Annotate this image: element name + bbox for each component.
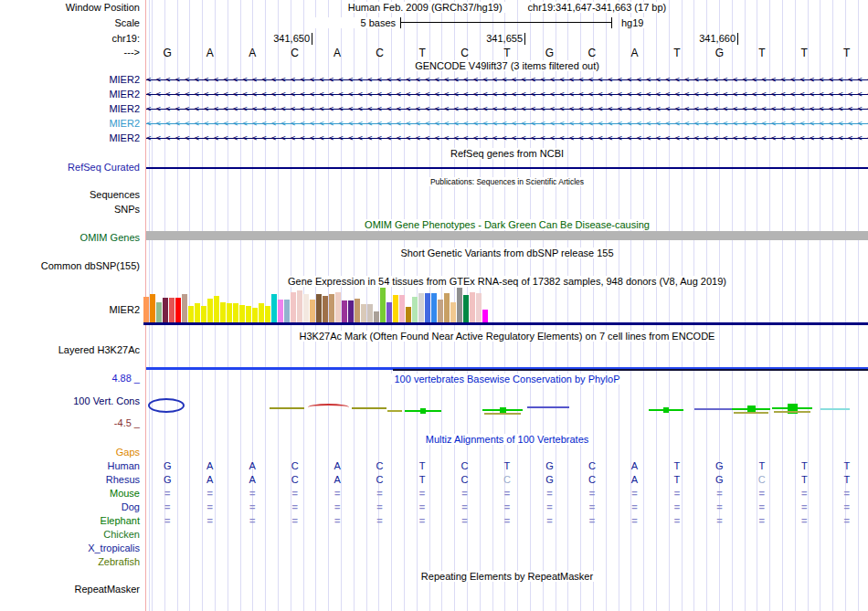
gene-label-mier2[interactable]: MIER2 <box>0 74 140 86</box>
species-label-dog[interactable]: Dog <box>0 501 140 513</box>
gtex-tissue-bar[interactable] <box>252 308 258 322</box>
gene-exon-arrows[interactable]: <<<<<<<<<<<<<<<<<<<<<<<<<<<<<<<<<<<<<<<<… <box>146 103 868 115</box>
track-label-sequences[interactable]: Sequences <box>0 189 140 201</box>
gtex-tissue-bar[interactable] <box>220 302 226 322</box>
gtex-tissue-bar[interactable] <box>393 295 398 322</box>
refseq-gene-line[interactable] <box>146 167 868 169</box>
gtex-tissue-bar[interactable] <box>323 296 328 322</box>
gtex-tissue-bar[interactable] <box>348 300 354 322</box>
gtex-tissue-bar[interactable] <box>329 294 334 322</box>
gtex-tissue-bar[interactable] <box>438 300 443 322</box>
gtex-tissue-bar[interactable] <box>335 292 341 322</box>
alignment-row-human[interactable]: GAACACTCTGCATGTTT <box>146 460 868 472</box>
gene-exon-arrows[interactable]: <<<<<<<<<<<<<<<<<<<<<<<<<<<<<<<<<<<<<<<<… <box>146 132 868 144</box>
gtex-tissue-bar[interactable] <box>406 307 411 322</box>
alignment-match-mark: = <box>613 501 655 512</box>
gtex-tissue-bar[interactable] <box>355 299 360 322</box>
species-label-rhesus[interactable]: Rhesus <box>0 474 140 486</box>
gtex-tissue-bar[interactable] <box>450 302 456 322</box>
gtex-tissue-bar[interactable] <box>175 298 181 322</box>
alignment-base: G <box>146 460 188 471</box>
gtex-tissue-bar[interactable] <box>342 300 347 322</box>
omim-gene-bar[interactable] <box>146 231 868 240</box>
gtex-tissue-bar[interactable] <box>201 306 206 322</box>
gene-label-mier2[interactable]: MIER2 <box>0 103 140 115</box>
alignment-base: G <box>698 460 740 471</box>
gtex-tissue-bar[interactable] <box>246 306 251 322</box>
gtex-tissue-bar[interactable] <box>297 290 302 322</box>
reference-base-row[interactable]: GAACACTCTGCATGTTT <box>146 47 868 58</box>
gtex-tissue-bar[interactable] <box>316 294 322 322</box>
gtex-tissue-bar[interactable] <box>476 293 482 322</box>
track-label-snps[interactable]: SNPs <box>0 204 140 216</box>
gtex-tissue-bar[interactable] <box>418 293 424 322</box>
gene-label-mier2[interactable]: MIER2 <box>0 118 140 130</box>
track-label-omim-genes[interactable]: OMIM Genes <box>0 232 140 244</box>
track-label-refseq-curated[interactable]: RefSeq Curated <box>0 162 140 174</box>
gtex-tissue-bar[interactable] <box>463 295 469 322</box>
gtex-tissue-bar[interactable] <box>425 293 430 322</box>
gtex-tissue-bar[interactable] <box>303 294 309 322</box>
gtex-tissue-bar[interactable] <box>227 303 232 322</box>
gtex-tissue-bar[interactable] <box>143 297 149 322</box>
alignment-match-mark: = <box>741 488 783 499</box>
alignment-row-mouse[interactable]: ================= <box>146 488 868 500</box>
track-label-repeatmasker[interactable]: RepeatMasker <box>0 584 140 595</box>
gtex-tissue-bar[interactable] <box>239 305 245 322</box>
gtex-tissue-bar[interactable] <box>482 310 488 322</box>
gtex-tissue-bar[interactable] <box>374 311 379 322</box>
gtex-tissue-bar[interactable] <box>470 292 475 322</box>
gtex-tissue-bar[interactable] <box>431 293 437 322</box>
species-label-gaps[interactable]: Gaps <box>0 447 140 458</box>
alignment-match-mark: = <box>783 501 825 512</box>
alignment-row-dog[interactable]: ================= <box>146 501 868 513</box>
gtex-tissue-bar[interactable] <box>412 297 418 322</box>
h3k27ac-signal-line-dark[interactable] <box>393 369 868 371</box>
gene-exon-arrows[interactable]: <<<<<<<<<<<<<<<<<<<<<<<<<<<<<<<<<<<<<<<<… <box>146 74 868 86</box>
gtex-tissue-bar[interactable] <box>169 298 175 322</box>
track-label-common-dbsnp[interactable]: Common dbSNP(155) <box>0 260 140 272</box>
species-label-elephant[interactable]: Elephant <box>0 515 140 527</box>
species-label-x_tropicalis[interactable]: X_tropicalis <box>0 543 140 554</box>
gtex-tissue-bar[interactable] <box>380 288 386 322</box>
gtex-tissue-bar[interactable] <box>214 296 219 322</box>
assembly-short-name: hg19 <box>619 17 645 28</box>
alignment-match-mark: = <box>486 488 528 499</box>
gtex-tissue-bar[interactable] <box>291 292 296 322</box>
gtex-tissue-bar[interactable] <box>367 304 373 322</box>
species-label-chicken[interactable]: Chicken <box>0 529 140 541</box>
gtex-tissue-bar[interactable] <box>156 302 162 322</box>
species-label-human[interactable]: Human <box>0 460 140 472</box>
gtex-tissue-bar[interactable] <box>150 294 155 322</box>
gtex-tissue-bar[interactable] <box>284 300 290 322</box>
alignment-base: A <box>231 474 273 485</box>
gtex-tissue-bar[interactable] <box>310 300 315 322</box>
species-label-mouse[interactable]: Mouse <box>0 488 140 500</box>
alignment-row-rhesus[interactable]: GAACACTCCGCATGCTT <box>146 474 868 486</box>
gtex-tissue-bar[interactable] <box>259 303 264 322</box>
gtex-expression-bars[interactable] <box>143 288 637 322</box>
gtex-tissue-bar[interactable] <box>457 288 462 322</box>
track-label-100-vert-cons[interactable]: 100 Vert. Cons <box>0 395 140 407</box>
track-label-layered-h3k27ac[interactable]: Layered H3K27Ac <box>0 344 140 356</box>
gtex-tissue-bar[interactable] <box>399 295 405 322</box>
gtex-tissue-bar[interactable] <box>182 294 187 322</box>
gtex-tissue-bar[interactable] <box>444 293 450 322</box>
gene-exon-arrows[interactable]: <<<<<<<<<<<<<<<<<<<<<<<<<<<<<<<<<<<<<<<<… <box>146 89 868 100</box>
track-label-gtex-mier2[interactable]: MIER2 <box>0 304 140 316</box>
gtex-tissue-bar[interactable] <box>386 302 392 322</box>
gtex-tissue-bar[interactable] <box>207 299 213 322</box>
gene-exon-arrows[interactable]: <<<<<<<<<<<<<<<<<<<<<<<<<<<<<<<<<<<<<<<<… <box>146 118 868 130</box>
gtex-tissue-bar[interactable] <box>195 303 200 322</box>
gtex-tissue-bar[interactable] <box>271 294 277 322</box>
gene-label-mier2[interactable]: MIER2 <box>0 132 140 144</box>
gtex-tissue-bar[interactable] <box>265 306 270 322</box>
species-label-zebrafish[interactable]: Zebrafish <box>0 556 140 568</box>
gtex-tissue-bar[interactable] <box>361 304 366 322</box>
gene-label-mier2[interactable]: MIER2 <box>0 89 140 100</box>
alignment-row-elephant[interactable]: ================= <box>146 515 868 527</box>
gtex-tissue-bar[interactable] <box>163 298 168 322</box>
gtex-tissue-bar[interactable] <box>233 303 238 322</box>
gtex-tissue-bar[interactable] <box>188 306 194 322</box>
gtex-tissue-bar[interactable] <box>278 300 283 322</box>
